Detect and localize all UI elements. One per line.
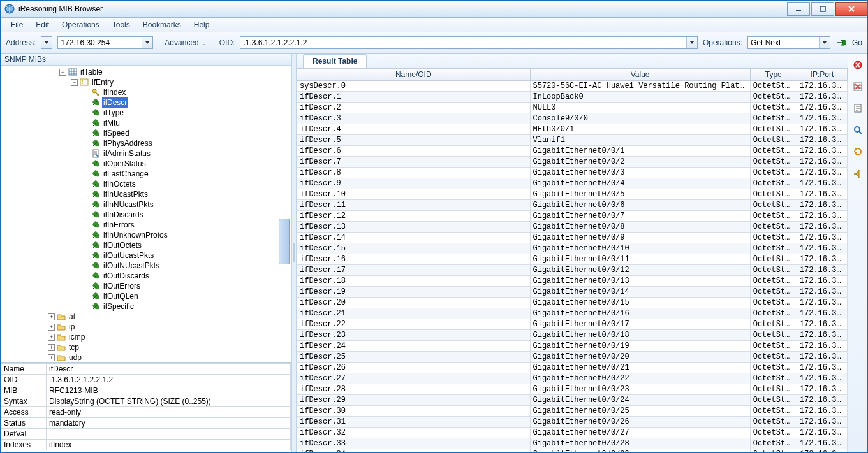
table-row[interactable]: ifDescr.13GigabitEthernet0/0/8OctetStrin… bbox=[297, 222, 848, 233]
table-row[interactable]: ifDescr.33GigabitEthernet0/0/28OctetStri… bbox=[297, 438, 848, 449]
menu-help[interactable]: Help bbox=[188, 19, 216, 31]
tree-leaf-iflastchange[interactable]: ifLastChange bbox=[81, 169, 291, 179]
poll-icon[interactable] bbox=[851, 167, 864, 180]
table-row[interactable]: sysDescr.0S5720-56C-EI-AC Huawei Versati… bbox=[297, 81, 848, 92]
tree-leaf-ifspeed[interactable]: ifSpeed bbox=[81, 128, 291, 138]
table-row[interactable]: ifDescr.1InLoopBack0OctetString172.16.30… bbox=[297, 92, 848, 103]
table-row[interactable]: ifDescr.26GigabitEthernet0/0/21OctetStri… bbox=[297, 363, 848, 373]
tree-leaf-ifoperstatus[interactable]: ifOperStatus bbox=[81, 159, 291, 169]
tree-scrollbar-thumb[interactable] bbox=[279, 219, 290, 264]
tree-node-udp[interactable]: +udp bbox=[47, 352, 291, 362]
table-row[interactable]: ifDescr.9GigabitEthernet0/0/4OctetString… bbox=[297, 178, 848, 189]
export-icon[interactable] bbox=[851, 102, 864, 115]
menu-bookmarks[interactable]: Bookmarks bbox=[136, 19, 188, 31]
tree-leaf-iftype[interactable]: ifType bbox=[81, 108, 291, 118]
tree-node-ifentry[interactable]: − ifEntry bbox=[70, 77, 291, 87]
table-row[interactable]: ifDescr.2NULL0OctetString172.16.30... bbox=[297, 103, 848, 113]
expand-icon[interactable]: + bbox=[48, 313, 55, 320]
collapse-icon[interactable]: − bbox=[71, 79, 78, 86]
table-row[interactable]: ifDescr.8GigabitEthernet0/0/3OctetString… bbox=[297, 168, 848, 178]
menu-tools[interactable]: Tools bbox=[106, 19, 136, 31]
address-history-dropdown[interactable] bbox=[41, 36, 52, 49]
tree-leaf-ifdescr[interactable]: ifDescr bbox=[81, 97, 291, 108]
table-row[interactable]: ifDescr.15GigabitEthernet0/0/10OctetStri… bbox=[297, 243, 848, 254]
tree-leaf-ifoutnucastpkts[interactable]: ifOutNUcastPkts bbox=[81, 261, 291, 271]
tree-leaf-ifphysaddress[interactable]: ifPhysAddress bbox=[81, 138, 291, 148]
maximize-button[interactable] bbox=[811, 2, 834, 16]
tree-leaf-ifoutucastpkts[interactable]: ifOutUcastPkts bbox=[81, 250, 291, 261]
tree-node-icmp[interactable]: +icmp bbox=[47, 332, 291, 342]
mib-tree[interactable]: − ifTable − ifEntry bbox=[1, 66, 291, 362]
tree-node-at[interactable]: +at bbox=[47, 312, 291, 322]
table-row[interactable]: ifDescr.27GigabitEthernet0/0/22OctetStri… bbox=[297, 373, 848, 384]
tree-node-tcp[interactable]: +tcp bbox=[47, 342, 291, 352]
vertical-splitter[interactable] bbox=[291, 54, 297, 452]
table-row[interactable]: ifDescr.31GigabitEthernet0/0/26OctetStri… bbox=[297, 417, 848, 428]
table-row[interactable]: ifDescr.19GigabitEthernet0/0/14OctetStri… bbox=[297, 287, 848, 298]
table-row[interactable]: ifDescr.6GigabitEthernet0/0/1OctetString… bbox=[297, 146, 848, 157]
table-row[interactable]: ifDescr.28GigabitEthernet0/0/23OctetStri… bbox=[297, 384, 848, 395]
tree-leaf-ifoutqlen[interactable]: ifOutQLen bbox=[81, 291, 291, 301]
advanced-button[interactable]: Advanced... bbox=[165, 38, 205, 47]
close-button[interactable] bbox=[835, 2, 867, 16]
menu-edit[interactable]: Edit bbox=[29, 19, 55, 31]
table-row[interactable]: ifDescr.30GigabitEthernet0/0/25OctetStri… bbox=[297, 406, 848, 417]
table-row[interactable]: ifDescr.20GigabitEthernet0/0/15OctetStri… bbox=[297, 298, 848, 308]
table-row[interactable]: ifDescr.3Console9/0/0OctetString172.16.3… bbox=[297, 113, 848, 124]
table-row[interactable]: ifDescr.14GigabitEthernet0/0/9OctetStrin… bbox=[297, 233, 848, 243]
tree-leaf-ifinucastpkts[interactable]: ifInUcastPkts bbox=[81, 189, 291, 199]
table-row[interactable]: ifDescr.29GigabitEthernet0/0/24OctetStri… bbox=[297, 395, 848, 406]
expand-icon[interactable]: + bbox=[48, 344, 55, 351]
tree-leaf-ifinoctets[interactable]: ifInOctets bbox=[81, 179, 291, 189]
tree-leaf-ifmtu[interactable]: ifMtu bbox=[81, 118, 291, 128]
table-row[interactable]: ifDescr.7GigabitEthernet0/0/2OctetString… bbox=[297, 157, 848, 168]
tree-leaf-ifindex[interactable]: ifIndex bbox=[81, 87, 291, 97]
refresh-icon[interactable] bbox=[851, 145, 864, 158]
table-row[interactable]: ifDescr.11GigabitEthernet0/0/6OctetStrin… bbox=[297, 200, 848, 211]
column-header[interactable]: Type bbox=[750, 69, 797, 81]
column-header[interactable]: IP:Port bbox=[797, 69, 847, 81]
table-row[interactable]: ifDescr.21GigabitEthernet0/0/16OctetStri… bbox=[297, 308, 848, 319]
result-table[interactable]: Name/OIDValueTypeIP:Port sysDescr.0S5720… bbox=[297, 68, 848, 452]
expand-icon[interactable]: + bbox=[48, 324, 55, 331]
table-row[interactable]: ifDescr.16GigabitEthernet0/0/11OctetStri… bbox=[297, 254, 848, 265]
expand-icon[interactable]: + bbox=[48, 334, 55, 341]
table-row[interactable]: ifDescr.23GigabitEthernet0/0/18OctetStri… bbox=[297, 330, 848, 341]
table-row[interactable]: ifDescr.24GigabitEthernet0/0/19OctetStri… bbox=[297, 341, 848, 352]
go-button[interactable]: Go bbox=[852, 38, 862, 47]
tree-leaf-ifoutoctets[interactable]: ifOutOctets bbox=[81, 240, 291, 250]
tree-leaf-ifindiscards[interactable]: ifInDiscards bbox=[81, 210, 291, 220]
tree-leaf-ifinnucastpkts[interactable]: ifInNUcastPkts bbox=[81, 199, 291, 210]
operations-combo[interactable]: Get Next bbox=[747, 36, 830, 49]
table-row[interactable]: ifDescr.12GigabitEthernet0/0/7OctetStrin… bbox=[297, 211, 848, 222]
table-row[interactable]: ifDescr.17GigabitEthernet0/0/12OctetStri… bbox=[297, 265, 848, 276]
tree-leaf-ifinunknownprotos[interactable]: ifInUnknownProtos bbox=[81, 230, 291, 240]
oid-combo[interactable]: .1.3.6.1.2.1.2.2.1.2 bbox=[240, 36, 698, 49]
table-row[interactable]: ifDescr.25GigabitEthernet0/0/20OctetStri… bbox=[297, 352, 848, 363]
column-header[interactable]: Name/OID bbox=[297, 69, 531, 81]
table-row[interactable]: ifDescr.22GigabitEthernet0/0/17OctetStri… bbox=[297, 319, 848, 330]
table-row[interactable]: ifDescr.32GigabitEthernet0/0/27OctetStri… bbox=[297, 428, 848, 438]
tree-leaf-ifoutdiscards[interactable]: ifOutDiscards bbox=[81, 271, 291, 281]
expand-icon[interactable]: + bbox=[48, 354, 55, 361]
tree-leaf-ifadminstatus[interactable]: ifAdminStatus bbox=[81, 148, 291, 159]
menu-operations[interactable]: Operations bbox=[55, 19, 106, 31]
minimize-button[interactable] bbox=[787, 2, 810, 16]
table-row[interactable]: ifDescr.18GigabitEthernet0/0/13OctetStri… bbox=[297, 276, 848, 287]
clear-table-icon[interactable] bbox=[851, 80, 864, 93]
go-arrow-icon[interactable] bbox=[835, 38, 846, 48]
address-combo[interactable]: 172.16.30.254 bbox=[57, 36, 153, 49]
table-row[interactable]: ifDescr.34GigabitEthernet0/0/29OctetStri… bbox=[297, 449, 848, 453]
table-row[interactable]: ifDescr.10GigabitEthernet0/0/5OctetStrin… bbox=[297, 189, 848, 200]
table-row[interactable]: ifDescr.4MEth0/0/1OctetString172.16.30..… bbox=[297, 124, 848, 135]
search-icon[interactable] bbox=[851, 124, 864, 136]
menu-file[interactable]: File bbox=[4, 19, 29, 31]
tree-node-ip[interactable]: +ip bbox=[47, 322, 291, 332]
collapse-icon[interactable]: − bbox=[59, 69, 66, 76]
column-header[interactable]: Value bbox=[530, 69, 750, 81]
tree-leaf-ifspecific[interactable]: ifSpecific bbox=[81, 301, 291, 312]
table-row[interactable]: ifDescr.5Vlanif1OctetString172.16.30... bbox=[297, 135, 848, 146]
tree-leaf-ifinerrors[interactable]: ifInErrors bbox=[81, 220, 291, 230]
tab-result-table[interactable]: Result Table bbox=[303, 54, 367, 68]
tree-leaf-ifouterrors[interactable]: ifOutErrors bbox=[81, 281, 291, 291]
